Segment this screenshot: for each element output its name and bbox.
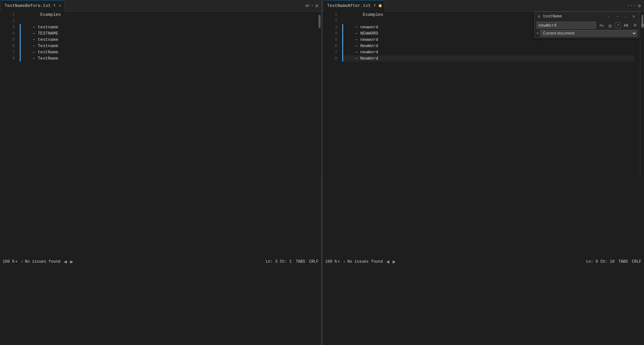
find-regex-button[interactable]: .* [615,22,621,28]
find-scope-icon: ≡ [537,31,539,35]
left-tab-title: TestNameBefore.txt [5,3,51,8]
find-nav-back-button[interactable]: ← [606,13,613,20]
right-tab-title: TestNameAfter.txt [327,3,371,8]
right-scroll-left[interactable]: ◀ [386,258,390,265]
right-line-num-1: 1 [326,12,337,18]
right-no-issues[interactable]: ✓ No issues found [343,259,383,264]
right-scrollbar[interactable] [640,12,644,178]
right-zoom[interactable]: 100 % ▾ [325,259,340,264]
left-line-num-2: 2 [3,18,15,24]
left-code-line-7: – testName [20,49,316,55]
left-line-num-4: 4 [3,30,15,37]
left-no-issues-label: No issues found [25,259,60,264]
left-tab-close-icon[interactable]: ✕ [59,3,61,8]
left-settings-button[interactable]: ⚙ [316,3,318,9]
left-line-ending: CRLF [309,259,319,264]
find-widget-title: testName [543,14,604,19]
left-status-bar: 100 % ▾ ✓ No issues found ◀ ▶ Ln: 3 Ch: … [0,178,322,345]
left-code-line-3: – testname [20,24,316,30]
find-input-row: Aa ab .* AB ⊞ ⊟ [535,21,639,29]
left-zoom[interactable]: 100 % ▾ [3,259,17,264]
left-line-numbers: 1 2 3 4 5 6 7 8 [0,12,18,178]
right-scroll-right[interactable]: ▶ [393,258,396,265]
find-extra-btn-2[interactable]: ⊟ [639,22,644,28]
left-no-issues[interactable]: ✓ No issues found [21,259,60,264]
right-code-line-8: – NewWord [342,55,634,62]
right-zoom-value: 100 % [325,259,337,264]
find-widget: ∧ testName ← → … ✕ Aa ab [534,12,639,38]
find-search-input[interactable] [537,22,596,29]
left-tab-bar-actions: ··· ⚙ ⊟ [304,3,320,9]
left-code-line-6: – Testname [20,43,316,49]
left-code-line-4: – TESTNAME [20,30,316,37]
right-zoom-arrow: ▾ [338,259,340,264]
left-tab-bar: TestNameBefore.txt 🖈 ✕ ··· ⚙ ⊟ [0,0,322,12]
right-line-numbers: 1 2 3 4 5 6 7 8 [322,12,341,178]
right-tab-bar-actions: ··· ⚙ [627,3,643,9]
right-tab-pin-icon[interactable]: 🖈 [373,3,377,8]
right-line-num-8: 8 [326,55,337,62]
right-status-bar: 100 % ▾ ✓ No issues found ◀ ▶ Ln: 8 Ch: … [322,178,644,345]
right-tab-modified-dot [379,4,382,7]
left-tab[interactable]: TestNameBefore.txt 🖈 ✕ [1,0,65,12]
left-scrollbar[interactable] [318,12,322,178]
right-line-num-5: 5 [326,37,337,43]
right-line-num-6: 6 [326,43,337,49]
right-line-ending: CRLF [632,259,641,264]
right-editor-content: 1 2 3 4 5 6 7 8 Examples – new [322,12,644,178]
find-collapse-button[interactable]: ∧ [537,13,542,20]
right-line-num-4: 4 [326,30,337,37]
right-code-line-6: – NewWord [342,43,634,49]
left-line-num-7: 7 [3,49,15,55]
left-scrollbar-thumb[interactable] [319,15,321,28]
left-scroll-right[interactable]: ▶ [70,258,73,265]
find-scope-select[interactable]: Current document Open files Workspace [540,30,637,37]
left-line-num-6: 6 [3,43,15,49]
find-extra-btn-1[interactable]: ⊞ [632,22,638,28]
left-check-icon: ✓ [21,259,23,264]
right-editor-pane: TestNameAfter.txt 🖈 ··· ⚙ 1 2 3 4 5 6 7 … [322,0,644,345]
right-line-col: Ln: 8 Ch: 10 [586,259,614,264]
find-close-button[interactable]: ✕ [630,13,637,20]
right-tab-bar: TestNameAfter.txt 🖈 ··· ⚙ [322,0,644,12]
right-more-button[interactable]: ··· [627,3,636,9]
left-split-icon[interactable]: ⊟ [306,3,308,9]
find-preserve-case-button[interactable]: AB [622,22,630,28]
right-status-right: Ln: 8 Ch: 10 TABS CRLF [586,259,641,264]
find-more-button[interactable]: … [622,13,630,20]
find-extra-buttons: ⊞ ⊟ [632,22,644,28]
find-match-case-button[interactable]: Aa [597,22,606,28]
right-line-num-7: 7 [326,49,337,55]
find-whole-word-button[interactable]: ab [606,22,614,28]
right-settings-button[interactable]: ⚙ [638,3,641,9]
left-code-line-1: Examples [20,12,316,18]
left-line-col: Ln: 3 Ch: 1 [266,259,292,264]
left-code-line-2 [20,18,316,24]
left-code-area[interactable]: Examples – testname – TESTNAME – testnam… [18,12,318,178]
left-line-num-8: 8 [3,55,15,62]
left-editor-content: 1 2 3 4 5 6 7 8 Examples – tes [0,12,322,178]
left-tabs: TABS [296,259,305,264]
right-tab[interactable]: TestNameAfter.txt 🖈 [324,0,385,12]
find-options-buttons: Aa ab .* AB [597,22,630,28]
left-zoom-value: 100 % [3,259,14,264]
left-status-right: Ln: 3 Ch: 1 TABS CRLF [266,259,319,264]
left-line-num-3: 3 [3,24,15,30]
find-nav-forward-button[interactable]: → [614,13,621,20]
left-line-num-1: 1 [3,12,15,18]
find-widget-header: ∧ testName ← → … ✕ [535,12,639,21]
right-tabs: TABS [618,259,628,264]
left-code-line-5: – testname [20,37,316,43]
left-editor-pane: TestNameBefore.txt 🖈 ✕ ··· ⚙ ⊟ 1 2 3 4 5… [0,0,322,345]
find-scope-row: ≡ Current document Open files Workspace [535,29,639,38]
left-scroll-left[interactable]: ◀ [64,258,67,265]
find-widget-header-options: ← → … ✕ [606,13,637,20]
left-line-num-5: 5 [3,37,15,43]
left-code-line-8: – TestName [20,55,316,62]
right-line-num-2: 2 [326,18,337,24]
right-code-line-7: – newWord [342,49,634,55]
left-tab-pin-icon[interactable]: 🖈 [53,3,57,8]
left-zoom-arrow: ▾ [15,259,17,264]
right-check-icon: ✓ [343,259,346,264]
right-line-num-3: 3 [326,24,337,30]
